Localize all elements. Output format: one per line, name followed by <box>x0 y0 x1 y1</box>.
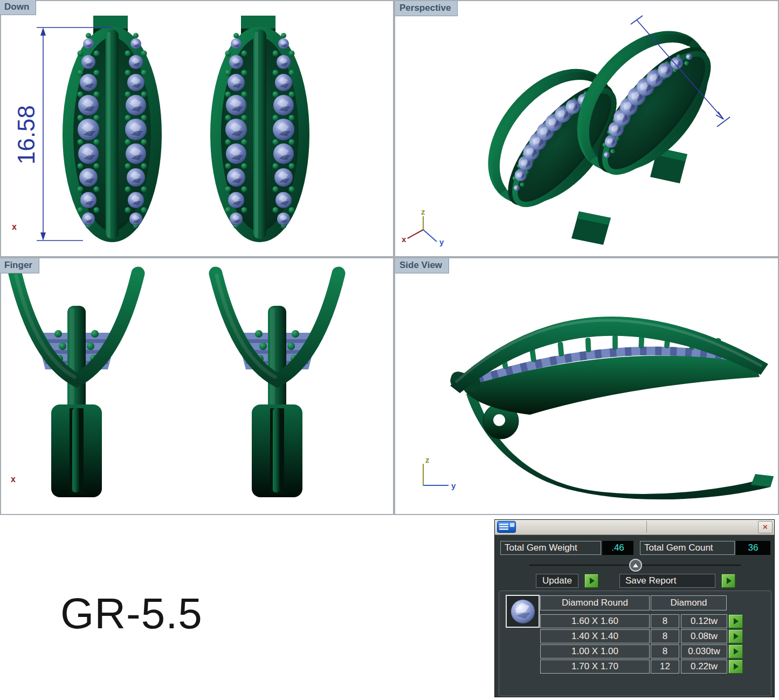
save-report-arrow-button[interactable] <box>721 574 735 588</box>
save-report-button[interactable]: Save Report <box>619 574 715 588</box>
viewport-down[interactable]: 16.58 x <box>0 0 394 257</box>
side-axis-triad: z y <box>423 455 456 490</box>
dimension-label: 16.58 <box>13 105 39 164</box>
axis-y-label: y <box>451 481 456 490</box>
viewport-tab-down[interactable]: Down <box>0 0 36 15</box>
gem-report-body: Total Gem Weight .46 Total Gem Count 36 … <box>495 534 774 697</box>
gem-row-count: 8 <box>651 644 679 658</box>
axis-z-label: z <box>421 207 425 216</box>
gem-report-window: × Total Gem Weight .46 Total Gem Count 3… <box>494 519 775 697</box>
drawing-title: GR-5.5 <box>60 589 203 639</box>
gem-row-arrow-button[interactable] <box>728 614 743 628</box>
side-view-render: z y <box>395 258 778 514</box>
gem-row-weight: 0.22tw <box>681 660 727 674</box>
side-earring-model <box>449 317 774 499</box>
table-header-gem-shape: Diamond Round <box>540 595 650 610</box>
table-header-gem-material: Diamond <box>651 595 727 610</box>
axis-x-label: x <box>12 222 17 231</box>
gem-row-weight: 0.12tw <box>681 614 727 628</box>
close-icon[interactable]: × <box>758 521 773 533</box>
total-gem-count-value: 36 <box>736 541 770 555</box>
gem-row-weight: 0.030tw <box>681 644 727 658</box>
gem-row-arrow-button[interactable] <box>728 660 743 674</box>
perspective-earrings-model <box>467 10 730 245</box>
total-gem-count-label: Total Gem Count <box>640 541 735 555</box>
total-gem-weight-value: .46 <box>602 541 633 555</box>
gem-row-count: 12 <box>651 660 679 674</box>
perspective-view-render: z x y <box>395 1 778 256</box>
down-view-render: 16.58 x <box>1 1 393 256</box>
update-button[interactable]: Update <box>536 574 578 588</box>
viewport-finger[interactable]: x <box>0 257 394 515</box>
gem-row-size: 1.60 X 1.60 <box>540 614 650 628</box>
update-arrow-button[interactable] <box>584 574 598 588</box>
gem-row-size: 1.00 X 1.00 <box>540 644 650 658</box>
diamond-gem-icon <box>509 598 537 625</box>
viewport-perspective[interactable]: z x y <box>394 0 779 257</box>
viewport-tab-side[interactable]: Side View <box>395 258 449 273</box>
gem-row-arrow-button[interactable] <box>728 644 743 658</box>
gem-row-weight: 0.08tw <box>681 629 727 643</box>
gem-row-count: 8 <box>651 629 679 643</box>
perspective-axis-triad: z x y <box>402 207 444 246</box>
slider-thumb[interactable] <box>629 559 642 572</box>
viewport-side[interactable]: z y <box>394 257 779 515</box>
axis-y-label: y <box>439 237 444 246</box>
gem-row-size: 1.70 X 1.70 <box>540 660 650 674</box>
gem-report-titlebar[interactable]: × <box>495 520 774 535</box>
viewport-tab-finger[interactable]: Finger <box>0 258 39 273</box>
titlebar-divider <box>646 521 647 533</box>
axis-x-label: x <box>11 475 16 484</box>
report-icon <box>497 521 516 533</box>
gem-row-size: 1.40 X 1.40 <box>540 629 650 643</box>
axis-x-label: x <box>402 235 406 244</box>
total-gem-weight-label: Total Gem Weight <box>500 541 601 555</box>
gem-thumbnail-cell[interactable] <box>506 595 540 628</box>
viewport-tab-perspective[interactable]: Perspective <box>395 1 458 16</box>
gem-row-count: 8 <box>651 614 679 628</box>
gem-row-arrow-button[interactable] <box>728 629 743 643</box>
finger-view-render: x <box>1 258 393 514</box>
finger-earrings-model <box>15 273 339 497</box>
down-earrings-model <box>63 16 309 242</box>
axis-z-label: z <box>425 455 430 464</box>
